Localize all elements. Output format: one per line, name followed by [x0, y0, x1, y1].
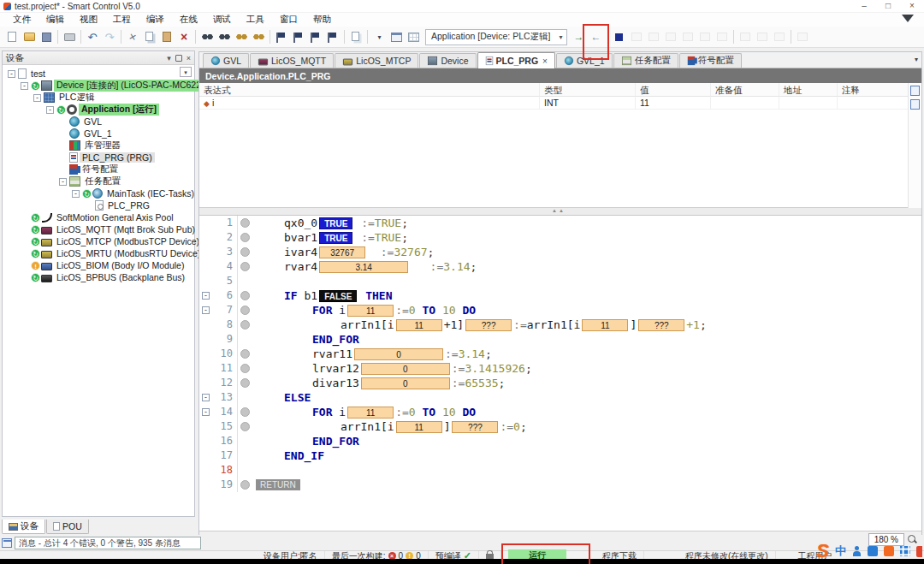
inline-value-number[interactable]: 0	[354, 348, 443, 360]
bookmark-next-icon[interactable]	[291, 29, 306, 45]
step-into-icon[interactable]	[680, 29, 696, 45]
tree-item-PLC逻辑[interactable]: PLC逻辑	[4, 92, 194, 104]
tab-Device[interactable]: Device	[419, 53, 476, 68]
menu-工程[interactable]: 工程	[105, 13, 139, 27]
collapse-icon[interactable]	[8, 70, 15, 78]
code-line-6[interactable]: 6IF b1FALSE THEN	[199, 288, 921, 303]
code-line-8[interactable]: 8arrIn1[i11+1]???:=arrIn1[i11]???+1;	[199, 318, 921, 332]
find-icon[interactable]	[199, 29, 215, 45]
inline-value-number[interactable]: ???	[638, 319, 684, 331]
code-line-19[interactable]: 19RETURN	[199, 478, 921, 492]
menu-编辑[interactable]: 编辑	[38, 13, 72, 27]
tree-item-LicOS_MRTU[interactable]: LicOS_MRTU (ModbusRTU Device)	[4, 247, 194, 259]
code-line-16[interactable]: 16END_FOR	[199, 434, 921, 448]
code-line-12[interactable]: 12divar130:=65535;	[199, 376, 921, 390]
breakpoint-slot-icon[interactable]	[240, 407, 250, 417]
monitor-icon[interactable]	[910, 86, 920, 96]
messages-summary[interactable]: 消息 - 总计 4 个错误, 0 个警告, 935 条消息	[15, 537, 201, 549]
paste-icon[interactable]	[159, 29, 175, 45]
tree-item-PLC_PRG[interactable]: PLC_PRG	[4, 199, 194, 211]
menu-视图[interactable]: 视图	[72, 13, 105, 27]
breakpoint-slot-icon[interactable]	[240, 233, 250, 242]
code-line-5[interactable]: 5	[199, 274, 921, 288]
breakpoint-slot-icon[interactable]	[240, 349, 250, 359]
inline-value-number[interactable]: 11	[582, 319, 628, 331]
code-line-17[interactable]: 17END_IF	[199, 448, 921, 463]
tab-GVL_1[interactable]: GVL_1	[556, 53, 613, 68]
code-line-10[interactable]: 10rvar110:=3.14;	[199, 347, 921, 361]
login-icon[interactable]	[572, 29, 587, 45]
breakpoint-slot-icon[interactable]	[240, 247, 250, 257]
menu-帮助[interactable]: 帮助	[305, 13, 339, 27]
collapse-icon[interactable]	[21, 82, 28, 90]
code-line-3[interactable]: 3ivar432767 :=32767;	[199, 245, 921, 259]
collapse-icon[interactable]	[33, 94, 41, 102]
new-file-icon[interactable]	[4, 29, 20, 45]
redo-icon[interactable]	[102, 29, 117, 45]
tray-grid-icon[interactable]	[900, 546, 910, 556]
watch-cell[interactable]: 11	[636, 97, 711, 110]
panel-menu-icon[interactable]: ▾	[167, 54, 171, 62]
tree-item-SoftMotion[interactable]: SoftMotion General Axis Pool	[4, 211, 194, 223]
tab-close-icon[interactable]: ×	[542, 56, 548, 66]
inline-value-false[interactable]: FALSE	[319, 290, 357, 302]
grid-view-icon[interactable]	[406, 29, 421, 45]
pin-icon[interactable]	[175, 55, 182, 62]
fold-collapse-icon[interactable]	[202, 292, 210, 300]
logout-icon[interactable]	[589, 29, 604, 45]
code-line-2[interactable]: 2bvar1TRUE :=TRUE;	[199, 230, 921, 245]
fold-collapse-icon[interactable]	[202, 394, 210, 401]
breakpoint-slot-icon[interactable]	[240, 320, 250, 329]
stop-icon[interactable]	[612, 29, 627, 45]
code-line-1[interactable]: 1qx0_0TRUE :=TRUE;	[199, 216, 921, 230]
delete-icon[interactable]	[176, 29, 192, 45]
tree-item-LicOS_MTCP[interactable]: LicOS_MTCP (ModbusTCP Device)	[4, 235, 194, 247]
splitter-handle-icon[interactable]: ▲▲	[552, 208, 566, 213]
new-frame-icon[interactable]	[388, 29, 404, 45]
breakpoint-slot-icon[interactable]	[240, 306, 250, 315]
collapse-icon[interactable]	[59, 178, 67, 186]
menu-窗口[interactable]: 窗口	[272, 13, 305, 27]
tree-item-LicOS_BIOM[interactable]: LicOS_BIOM (Body I/O Module)	[4, 259, 194, 271]
breakpoint-slot-icon[interactable]	[240, 218, 250, 228]
open-project-icon[interactable]	[21, 29, 37, 45]
menu-在线[interactable]: 在线	[172, 13, 205, 27]
menu-文件[interactable]: 文件	[5, 13, 38, 27]
breakpoint-slot-icon[interactable]	[240, 378, 250, 388]
tree-item-MainTask[interactable]: MainTask (IEC-Tasks)	[4, 187, 194, 199]
menu-编译[interactable]: 编译	[139, 13, 172, 27]
inline-value-number[interactable]: 0	[361, 377, 450, 389]
tree-item-库管理器[interactable]: 库管理器	[4, 140, 194, 151]
filter-icon[interactable]	[902, 15, 914, 22]
step-out-icon[interactable]	[697, 29, 713, 45]
bottom-tab-设备[interactable]: 设备	[2, 519, 45, 534]
code-line-9[interactable]: 9END_FOR	[199, 332, 921, 347]
bookmark-toggle-icon[interactable]	[274, 29, 289, 45]
inline-value-number[interactable]: ???	[452, 421, 498, 433]
tree-item-PLC_PRG[interactable]: PLC_PRG (PRG)	[4, 151, 194, 163]
breakpoint-slot-icon[interactable]	[240, 422, 250, 431]
find-next-icon[interactable]	[216, 29, 232, 45]
inline-value-number[interactable]: ???	[465, 319, 512, 331]
code-line-7[interactable]: 7FOR i11:=0 TO 10 DO	[199, 303, 921, 318]
breakpoint-slot-icon[interactable]	[240, 262, 250, 271]
code-line-18[interactable]: 18	[199, 463, 921, 478]
tab-LicOS_MQTT[interactable]: LicOS_MQTT	[250, 53, 334, 68]
collapse-icon[interactable]	[46, 106, 54, 114]
inline-value-number[interactable]: 11	[396, 319, 442, 331]
flow-control-icon[interactable]	[755, 29, 770, 45]
breakpoint-slot-icon[interactable]	[240, 364, 250, 373]
refresh-icon[interactable]	[795, 29, 810, 45]
code-line-15[interactable]: 15arrIn1[i11]???:=0;	[199, 419, 921, 434]
breakpoint-slot-icon[interactable]	[240, 291, 250, 300]
fold-collapse-icon[interactable]	[202, 306, 210, 314]
messages-icon[interactable]	[2, 538, 12, 548]
collapse-icon[interactable]	[72, 190, 80, 198]
bookmark-previous-icon[interactable]	[308, 29, 323, 45]
tree-item-test[interactable]: test	[4, 68, 194, 80]
inline-value-true[interactable]: TRUE	[319, 217, 352, 229]
tab-PLC_PRG[interactable]: PLC_PRG×	[477, 52, 555, 68]
tree-item-Application[interactable]: Application [运行]	[4, 104, 194, 116]
tree-item-任务配置[interactable]: 任务配置	[4, 175, 194, 187]
panel-close-icon[interactable]: ×	[187, 54, 191, 62]
